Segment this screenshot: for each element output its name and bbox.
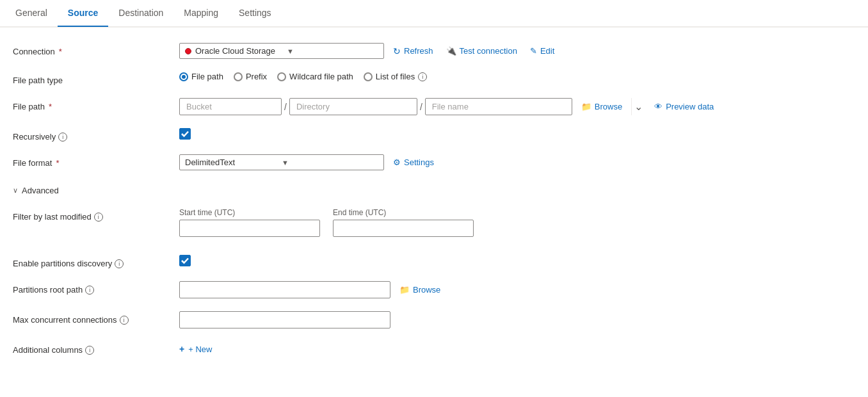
recursively-label: Recursively i [13, 128, 179, 142]
check-icon [181, 130, 189, 138]
radio-file-path-input [179, 72, 188, 81]
max-connections-info-icon: i [120, 316, 129, 325]
test-connection-button[interactable]: 🔌 Test connection [442, 44, 521, 58]
browse-button[interactable]: 📁 Browse [577, 99, 626, 114]
refresh-button[interactable]: ↻ Refresh [389, 44, 437, 59]
radio-file-path[interactable]: File path [179, 72, 223, 81]
max-connections-input[interactable] [179, 311, 390, 328]
start-time-col: Start time (UTC) [179, 208, 320, 237]
preview-data-button[interactable]: 👁 Preview data [650, 99, 718, 114]
new-label: + New [188, 344, 212, 354]
radio-wildcard-input [277, 72, 286, 81]
enable-partitions-control [179, 255, 819, 266]
enable-partitions-checkbox[interactable] [179, 255, 191, 266]
partitions-browse-icon: 📁 [399, 285, 410, 295]
radio-file-path-label: File path [191, 72, 223, 81]
list-of-files-info-icon: i [418, 72, 427, 81]
recursively-info-icon: i [58, 133, 67, 142]
max-connections-control [179, 311, 819, 328]
filter-control: Start time (UTC) End time (UTC) [179, 208, 819, 242]
radio-wildcard[interactable]: Wildcard file path [277, 72, 353, 81]
end-time-label: End time (UTC) [333, 208, 474, 217]
tab-settings[interactable]: Settings [229, 0, 282, 27]
radio-wildcard-label: Wildcard file path [289, 72, 353, 81]
edit-button[interactable]: ✎ Edit [526, 44, 558, 58]
connection-chevron-icon: ▼ [287, 47, 378, 55]
recursively-control [179, 128, 819, 140]
time-inputs: Start time (UTC) End time (UTC) [179, 208, 474, 237]
radio-list-of-files-label: List of files [376, 72, 415, 81]
connection-value: Oracle Cloud Storage [195, 46, 287, 56]
enable-partitions-label: Enable partitions discovery i [13, 255, 179, 268]
file-path-type-radio-group: File path Prefix Wildcard file path List… [179, 72, 427, 81]
additional-columns-label: Additional columns i [13, 341, 179, 355]
settings-icon: ⚙ [393, 158, 401, 167]
file-path-type-label: File path type [13, 72, 179, 85]
file-format-control: DelimitedText ▼ ⚙ Settings [179, 154, 819, 170]
tab-source[interactable]: Source [58, 0, 108, 27]
browse-icon: 📁 [581, 102, 591, 111]
directory-input[interactable] [289, 98, 417, 115]
end-time-col: End time (UTC) [333, 208, 474, 237]
connection-status-dot [185, 48, 191, 54]
connection-control: Oracle Cloud Storage ▼ ↻ Refresh 🔌 Test … [179, 43, 819, 59]
advanced-toggle[interactable]: ∨ Advanced [13, 183, 819, 198]
file-format-value: DelimitedText [185, 158, 282, 167]
nav-tabs: General Source Destination Mapping Setti… [0, 0, 868, 28]
bucket-input[interactable] [179, 98, 282, 115]
advanced-label: Advanced [22, 186, 59, 195]
path-separator-1: / [282, 102, 289, 112]
enable-partitions-info-icon: i [115, 259, 124, 268]
additional-columns-control: + + New [179, 341, 819, 357]
start-time-input[interactable] [179, 220, 320, 237]
advanced-chevron-icon: ∨ [13, 186, 18, 195]
file-path-label: File path* [13, 98, 179, 111]
radio-list-of-files[interactable]: List of files i [364, 72, 427, 81]
connection-select[interactable]: Oracle Cloud Storage ▼ [179, 43, 384, 59]
file-format-select[interactable]: DelimitedText ▼ [179, 154, 384, 170]
file-name-input[interactable] [425, 98, 572, 115]
file-format-label: File format* [13, 154, 179, 168]
file-path-inputs: / / [179, 98, 572, 115]
tab-destination[interactable]: Destination [108, 0, 173, 27]
refresh-icon: ↻ [393, 46, 401, 56]
end-time-input[interactable] [333, 220, 474, 237]
filter-label: Filter by last modified i [13, 208, 179, 222]
connection-label: Connection* [13, 43, 179, 56]
file-path-type-control: File path Prefix Wildcard file path List… [179, 72, 819, 81]
recursively-checkbox[interactable] [179, 128, 191, 140]
settings-button[interactable]: ⚙ Settings [389, 155, 438, 170]
enable-partitions-check-icon [181, 257, 189, 264]
additional-columns-info-icon: i [85, 346, 94, 355]
max-connections-label: Max concurrent connections i [13, 311, 179, 325]
preview-data-icon: 👁 [654, 102, 663, 111]
radio-list-of-files-input [364, 72, 373, 81]
tab-mapping[interactable]: Mapping [173, 0, 229, 27]
test-connection-icon: 🔌 [446, 46, 456, 56]
filter-info-icon: i [94, 213, 103, 222]
start-time-label: Start time (UTC) [179, 208, 320, 217]
partitions-root-label: Partitions root path i [13, 281, 179, 295]
browse-dropdown-button[interactable]: ⌄ [631, 98, 645, 115]
partitions-root-input[interactable] [179, 281, 390, 298]
path-separator-2: / [417, 102, 425, 112]
partitions-browse-button[interactable]: 📁 Browse [396, 282, 444, 297]
plus-icon: + [179, 344, 184, 354]
radio-prefix[interactable]: Prefix [234, 72, 267, 81]
new-column-button[interactable]: + + New [179, 341, 212, 357]
file-path-control: / / 📁 Browse ⌄ 👁 Preview data [179, 98, 819, 115]
radio-prefix-label: Prefix [246, 72, 267, 81]
file-format-chevron-icon: ▼ [282, 159, 378, 166]
partitions-root-info-icon: i [85, 286, 94, 295]
partitions-root-control: 📁 Browse [179, 281, 819, 298]
edit-icon: ✎ [530, 46, 537, 56]
radio-prefix-input [234, 72, 243, 81]
tab-general[interactable]: General [5, 0, 58, 27]
